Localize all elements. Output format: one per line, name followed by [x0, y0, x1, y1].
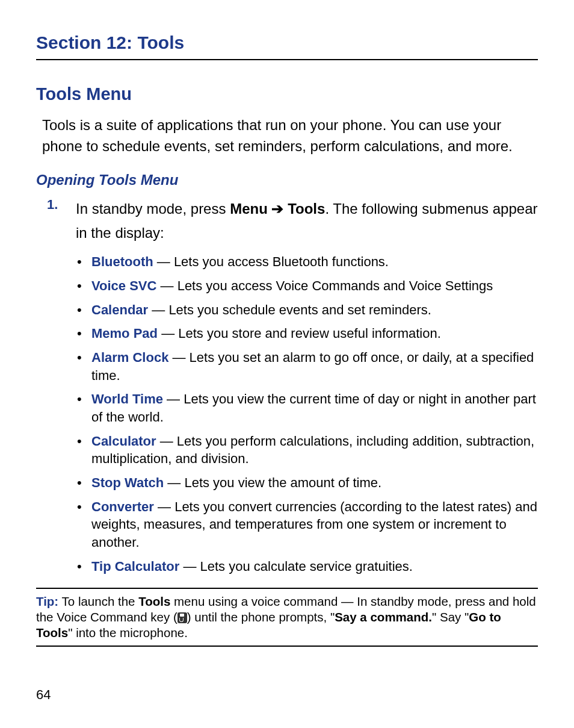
- list-item: • Voice SVC — Lets you access Voice Comm…: [77, 277, 538, 295]
- item-term: Calculator: [91, 434, 156, 449]
- list-item: • World Time — Lets you view the current…: [77, 390, 538, 426]
- tip-block: Tip: To launch the Tools menu using a vo…: [36, 588, 538, 647]
- item-desc: — Lets you access Voice Commands and Voi…: [156, 278, 493, 293]
- arrow-icon: ➔: [268, 201, 288, 217]
- section-title: Section 12: Tools: [36, 33, 538, 60]
- step-pre: In standby mode, press: [76, 201, 230, 217]
- item-term: Calendar: [91, 302, 148, 317]
- item-term: World Time: [91, 391, 163, 406]
- list-item: • Converter — Lets you convert currencie…: [77, 498, 538, 552]
- voice-command-key-icon: [177, 612, 187, 623]
- list-item: • Stop Watch — Lets you view the amount …: [77, 474, 538, 492]
- bullet-icon: •: [77, 349, 91, 384]
- bullet-icon: •: [77, 474, 91, 492]
- tip-text: " Say ": [432, 610, 469, 624]
- list-item: • Calculator — Lets you perform calculat…: [77, 432, 538, 468]
- item-desc: — Lets you store and review useful infor…: [158, 326, 441, 341]
- list-item: • Tip Calculator — Lets you calculate se…: [77, 558, 538, 576]
- step-1: 1. In standby mode, press Menu ➔ Tools. …: [47, 197, 538, 246]
- intro-paragraph: Tools is a suite of applications that ru…: [42, 115, 538, 157]
- bullet-icon: •: [77, 390, 91, 426]
- step-text: In standby mode, press Menu ➔ Tools. The…: [76, 197, 538, 246]
- heading-opening-tools-menu: Opening Tools Menu: [36, 172, 538, 188]
- item-desc: — Lets you convert currencies (according…: [91, 499, 537, 550]
- tip-bold: Tools: [138, 594, 170, 608]
- bullet-icon: •: [77, 253, 91, 271]
- tip-text: To launch the: [58, 594, 138, 608]
- list-item: • Memo Pad — Lets you store and review u…: [77, 325, 538, 343]
- tip-bold: Say a command.: [335, 610, 432, 624]
- bullet-icon: •: [77, 277, 91, 295]
- tip-text: " into the microphone.: [68, 626, 188, 639]
- item-desc: — Lets you schedule events and set remin…: [148, 302, 431, 317]
- bullet-icon: •: [77, 558, 91, 576]
- item-desc: — Lets you calculate service gratuities.: [179, 559, 413, 574]
- step-tools-label: Tools: [288, 201, 325, 217]
- tip-label: Tip:: [36, 594, 58, 608]
- item-term: Bluetooth: [91, 254, 153, 269]
- item-term: Tip Calculator: [91, 559, 179, 574]
- item-term: Alarm Clock: [91, 350, 168, 365]
- bullet-icon: •: [77, 432, 91, 468]
- item-desc: — Lets you view the amount of time.: [164, 475, 381, 490]
- item-term: Stop Watch: [91, 475, 164, 490]
- list-item: • Calendar — Lets you schedule events an…: [77, 301, 538, 319]
- item-term: Voice SVC: [91, 278, 156, 293]
- step-menu-label: Menu: [230, 201, 268, 217]
- bullet-icon: •: [77, 301, 91, 319]
- step-number: 1.: [47, 197, 76, 246]
- item-term: Converter: [91, 499, 154, 514]
- submenu-list: • Bluetooth — Lets you access Bluetooth …: [77, 253, 538, 575]
- page-number: 64: [36, 687, 51, 703]
- heading-tools-menu: Tools Menu: [36, 84, 538, 104]
- bullet-icon: •: [77, 325, 91, 343]
- bullet-icon: •: [77, 498, 91, 552]
- list-item: • Alarm Clock — Lets you set an alarm to…: [77, 349, 538, 384]
- item-desc: — Lets you access Bluetooth functions.: [153, 254, 389, 269]
- item-desc: — Lets you perform calculations, includi…: [91, 434, 534, 467]
- list-item: • Bluetooth — Lets you access Bluetooth …: [77, 253, 538, 271]
- tip-text: ) until the phone prompts, ": [187, 610, 335, 624]
- item-term: Memo Pad: [91, 326, 158, 341]
